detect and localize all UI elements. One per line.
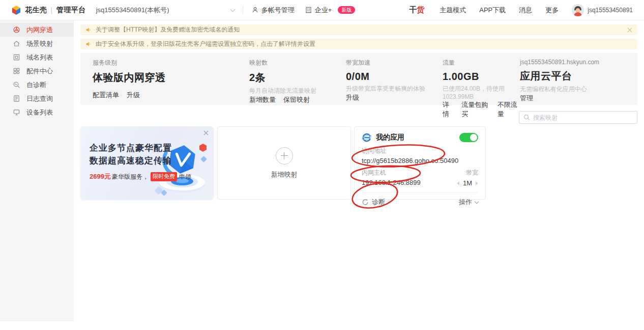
link-add-quantity[interactable]: 新增数量 [249,95,276,104]
diagnose-button[interactable]: 诊断 [362,198,385,207]
notice-banner-2-text[interactable]: 由于安全体系升级，登录旧版花生壳客户端需设置独立密码，点击了解详情并设置 [96,40,315,48]
person-icon [251,6,259,14]
promo-banner-card[interactable]: 企业多节点豪华配置 数据超高速稳定传输 2699元 豪华版服务， 限时免费 申领 [80,126,214,200]
sidebar-item-self-diagnosis[interactable]: 自诊断 [0,78,74,92]
notice-banner-1: 关于调整【HTTP映射】及免费赠送加密壳域名的通知 [80,24,637,35]
app-cloud-value: 应用云平台 [520,69,637,83]
mapping-enabled-toggle[interactable] [459,133,478,142]
access-address-label: 访问地址 [362,147,478,155]
multi-account-button[interactable]: 多帐号管理 [251,6,295,15]
monitor-icon [13,108,20,116]
stat-service-level: 服务级别 体验版内网穿透 配置清单 升级 [93,59,249,100]
stat-traffic: 流量 1.00GB 已使用24.00B，待使用1023.99MB 详情 流量包购… [443,59,520,100]
stat-app-cloud: jsq15553450891.hskyun.com 应用云平台 无需编程私有化应… [520,59,637,100]
nav-theme-mode[interactable]: 主题模式 [440,6,466,15]
sidebar-item-log-query[interactable]: 日志查询 [0,92,74,105]
close-icon[interactable] [203,130,209,135]
bandwidth-value: 1M [463,179,472,187]
main-content: 关于调整【HTTP映射】及免费赠送加密壳域名的通知 由于安全体系升级，登录旧版花… [74,20,644,330]
account-selector[interactable]: jsq15553450891(本帐号) [96,6,235,15]
plus-icon [276,147,293,164]
brand-logo: 花生壳｜管理平台 [11,5,86,15]
link-buy-traffic-pack[interactable]: 流量包购买 [461,100,489,119]
search-icon [523,114,530,121]
card-divider [362,192,478,193]
search-input[interactable] [533,114,633,121]
sidebar-item-nat-traversal[interactable]: 内网穿透 [0,23,74,37]
chevron-down-icon [230,7,235,12]
stat-mapping-count: 映射数 2条 每月自动清除无流量映射 新增数量 保留映射 [249,59,346,100]
mapping-count-value: 2条 [249,71,346,85]
nav-messages[interactable]: 消息 [519,6,532,15]
link-unlimited-traffic[interactable]: 不限流量 [497,100,520,119]
nav-app-download[interactable]: APP下载 [479,6,506,15]
promo-price: 2699元 [90,172,111,181]
promo-claim[interactable]: 申领 [179,173,191,181]
link-keep-mapping[interactable]: 保留映射 [283,95,310,104]
bandwidth-increase-icon[interactable] [476,181,478,185]
mapping-title: 我的应用 [376,133,404,142]
notice-banner-2: 由于安全体系升级，登录旧版花生壳客户端需设置独立密码，点击了解详情并设置 [80,39,637,49]
user-menu[interactable]: jsq15553450891 [572,4,633,16]
account-selector-value: jsq15553450891(本帐号) [96,6,169,15]
peanut-shell-logo-icon [11,5,21,15]
limited-free-badge: 限时免费 [151,172,177,181]
sidebar-item-accessory-center[interactable]: 配件中心 [0,64,74,78]
header-divider [243,6,243,14]
ie-browser-icon [362,132,372,143]
sidebar-item-device-list[interactable]: 设备列表 [0,105,74,119]
speaker-icon [85,41,92,47]
cloud-domain: jsq15553450891.hskyun.com [520,59,637,66]
intranet-host-value[interactable]: 192.168.1.246:8899 [362,179,421,186]
nav-more[interactable]: 更多 [545,6,559,15]
top-header: 花生壳｜管理平台 jsq15553450891(本帐号) 多帐号管理 企业+ 新… [0,0,644,20]
link-config-list[interactable]: 配置清单 [93,91,119,100]
notice-banner-1-text[interactable]: 关于调整【HTTP映射】及免费赠送加密壳域名的通知 [96,25,240,34]
bandwidth-label: 带宽 [457,169,478,177]
speaker-icon [85,26,92,33]
bandwidth-value: 0/0M [346,71,443,82]
diagnose-icon [362,199,369,206]
house-icon [13,40,20,47]
sidebar-item-scene-mapping[interactable]: 场景映射 [0,37,74,50]
chevron-down-icon [475,200,479,204]
promo-text: 企业多节点豪华配置 数据超高速稳定传输 2699元 豪华版服务， 限时免费 申领 [90,142,191,181]
building-icon [305,6,312,14]
link-upgrade-service[interactable]: 升级 [127,91,140,100]
avatar [572,4,584,16]
helm-icon [13,26,20,34]
link-traffic-details[interactable]: 详情 [443,100,454,119]
document-icon [13,95,20,102]
service-stats-panel: 服务级别 体验版内网穿透 配置清单 升级 映射数 2条 每月自动清除无流量映射 … [80,53,637,105]
grid-icon [13,67,20,75]
new-version-badge: 新版 [338,6,355,14]
bandwidth-decrease-icon[interactable] [457,181,459,185]
service-level-value: 体验版内网穿透 [93,71,249,85]
sidebar-item-domain-list[interactable]: 域名列表 [0,50,74,64]
username: jsq15553450891 [588,7,633,14]
access-address-value[interactable]: tcp://g5615b2886.goho.co:50490 [362,157,478,164]
intranet-host-label: 内网主机 [362,169,421,177]
nested-square-icon [13,53,20,61]
link-manage-cloud[interactable]: 管理 [520,94,533,103]
enterprise-plus-button[interactable]: 企业+ [305,6,332,15]
add-mapping-label: 新增映射 [271,170,298,179]
close-icon[interactable] [627,28,632,33]
link-upgrade-bandwidth[interactable]: 升级 [346,93,359,102]
mapping-search-box [519,111,637,124]
nav-ganhuo[interactable]: 干货 [409,5,424,15]
app-title: 花生壳｜管理平台 [25,6,86,15]
stat-bandwidth: 带宽加速 0/0M 升级带宽后享受更畅爽的体验 升级 [346,59,443,100]
mapping-card: 我的应用 访问地址 tcp://g5615b2886.goho.co:50490… [354,126,486,200]
sidebar: 内网穿透 场景映射 域名列表 配件中心 自诊断 日志查询 设备 [0,20,74,321]
add-mapping-card[interactable]: 新增映射 [217,126,351,200]
magnifier-pulse-icon [13,81,20,89]
actions-dropdown[interactable]: 操作 [459,198,478,207]
header-right-nav: 干货 主题模式 APP下载 消息 更多 jsq15553450891 [409,4,644,16]
bandwidth-stepper: 1M [457,179,478,187]
traffic-value: 1.00GB [443,71,520,82]
